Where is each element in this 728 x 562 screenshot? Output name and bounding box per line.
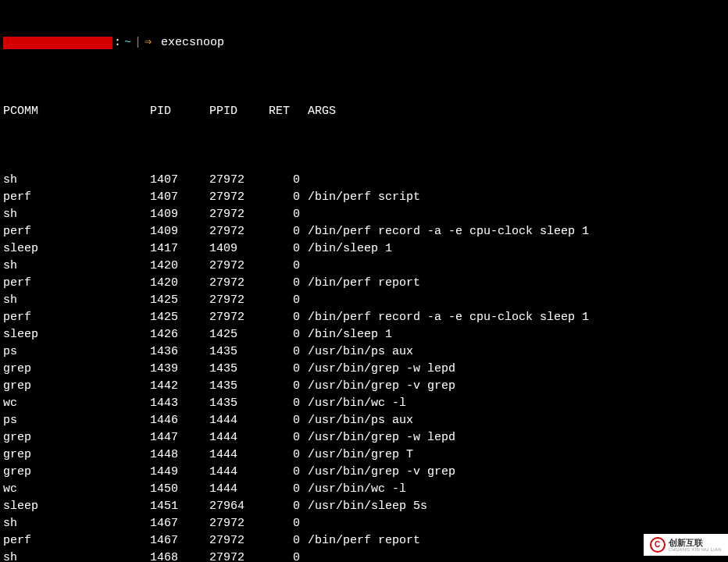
header-pcomm: PCOMM [3, 103, 150, 120]
cell-args: /usr/bin/ps aux [308, 412, 725, 429]
cell-ppid: 1444 [209, 412, 269, 429]
cell-ppid: 1435 [209, 343, 269, 361]
cell-ppid: 27972 [209, 206, 269, 223]
cell-args: /bin/sleep 1 [308, 326, 725, 343]
cell-pcomm: sleep [3, 498, 150, 515]
cell-pcomm: grep [3, 361, 150, 378]
cell-args [308, 172, 725, 189]
rows-container: sh1407279720perf1407279720/bin/perf scri… [3, 172, 725, 562]
cell-args: /usr/bin/ps aux [308, 343, 725, 361]
cell-ret: 0 [269, 515, 308, 532]
table-row: sh1409279720 [3, 206, 725, 223]
terminal-output[interactable]: xxxxxxxxxxxx : ~ | ⇒ execsnoop PCOMM PID… [0, 0, 728, 562]
cell-pid: 1451 [150, 498, 209, 515]
cell-pcomm: wc [3, 395, 150, 412]
cell-pcomm: sh [3, 292, 150, 309]
table-row: ps143614350/usr/bin/ps aux [3, 343, 725, 361]
cell-args [308, 258, 725, 275]
cell-ppid: 1425 [209, 326, 269, 343]
cell-pid: 1407 [150, 172, 209, 189]
cell-pcomm: perf [3, 275, 150, 292]
watermark: C 创新互联 CHUANG XIN HU LIAN [644, 534, 728, 556]
cell-ret: 0 [269, 326, 308, 343]
cell-pcomm: sh [3, 550, 150, 562]
cell-args [308, 206, 725, 223]
cell-ppid: 1409 [209, 240, 269, 258]
cell-pcomm: grep [3, 464, 150, 481]
header-pid: PID [150, 103, 209, 120]
cell-ret: 0 [269, 550, 308, 562]
cell-ret: 0 [269, 498, 308, 515]
cell-args: /usr/bin/grep -v grep [308, 378, 725, 395]
cell-args: /usr/bin/grep -v grep [308, 464, 725, 481]
cell-pid: 1436 [150, 343, 209, 361]
watermark-logo-icon: C [650, 537, 666, 553]
cell-pid: 1425 [150, 292, 209, 309]
cell-ppid: 27972 [209, 223, 269, 240]
table-row: grep144714440/usr/bin/grep -w lepd [3, 429, 725, 446]
prompt-pipe: | [134, 34, 141, 52]
table-row: perf1425279720/bin/perf record -a -e cpu… [3, 309, 725, 326]
cell-ppid: 1435 [209, 378, 269, 395]
cell-args: /bin/perf script [308, 189, 725, 206]
cell-args: /bin/perf record -a -e cpu-clock sleep 1 [308, 223, 725, 240]
cell-pcomm: grep [3, 429, 150, 446]
cell-pid: 1409 [150, 206, 209, 223]
cell-pcomm: sh [3, 515, 150, 532]
cell-pcomm: ps [3, 412, 150, 429]
cell-args: /usr/bin/wc -l [308, 481, 725, 498]
cell-ppid: 1444 [209, 481, 269, 498]
cell-pid: 1426 [150, 326, 209, 343]
cell-pid: 1439 [150, 361, 209, 378]
table-row: perf1467279720/bin/perf report [3, 532, 725, 550]
watermark-cn: 创新互联 [669, 539, 722, 547]
table-row: sh1468279720 [3, 550, 725, 562]
cell-args [308, 292, 725, 309]
cell-pcomm: grep [3, 446, 150, 464]
cell-ppid: 27972 [209, 275, 269, 292]
header-ppid: PPID [209, 103, 269, 120]
cell-pcomm: grep [3, 378, 150, 395]
cell-ppid: 27972 [209, 258, 269, 275]
cell-ret: 0 [269, 446, 308, 464]
prompt-tilde: ~ [124, 34, 131, 52]
cell-pid: 1420 [150, 275, 209, 292]
cell-pid: 1446 [150, 412, 209, 429]
cell-ppid: 27972 [209, 172, 269, 189]
cell-ret: 0 [269, 309, 308, 326]
cell-pid: 1448 [150, 446, 209, 464]
cell-pcomm: ps [3, 343, 150, 361]
cell-pcomm: sh [3, 258, 150, 275]
cell-pid: 1449 [150, 464, 209, 481]
table-header: PCOMM PID PPID RET ARGS [3, 103, 725, 120]
cell-args: /usr/bin/wc -l [308, 395, 725, 412]
table-row: grep144914440/usr/bin/grep -v grep [3, 464, 725, 481]
header-ret: RET [269, 103, 308, 120]
cell-ppid: 27964 [209, 498, 269, 515]
cell-ppid: 27972 [209, 550, 269, 562]
cell-ret: 0 [269, 429, 308, 446]
cell-pcomm: wc [3, 481, 150, 498]
cell-args: /usr/bin/grep -w lepd [308, 361, 725, 378]
cell-pid: 1447 [150, 429, 209, 446]
cell-ppid: 27972 [209, 515, 269, 532]
table-row: sleep141714090/bin/sleep 1 [3, 240, 725, 258]
cell-ppid: 27972 [209, 309, 269, 326]
table-row: perf1420279720/bin/perf report [3, 275, 725, 292]
cell-pid: 1420 [150, 258, 209, 275]
cell-pid: 1450 [150, 481, 209, 498]
table-row: grep144214350/usr/bin/grep -v grep [3, 378, 725, 395]
cell-ret: 0 [269, 532, 308, 550]
prompt-line: xxxxxxxxxxxx : ~ | ⇒ execsnoop [3, 34, 725, 52]
prompt-arrow: ⇒ [145, 34, 152, 52]
cell-pid: 1467 [150, 532, 209, 550]
cell-ret: 0 [269, 343, 308, 361]
table-row: sh1467279720 [3, 515, 725, 532]
table-row: sleep1451279640/usr/bin/sleep 5s [3, 498, 725, 515]
cell-ppid: 1444 [209, 446, 269, 464]
cell-pcomm: perf [3, 223, 150, 240]
cell-ret: 0 [269, 378, 308, 395]
table-row: sleep142614250/bin/sleep 1 [3, 326, 725, 343]
cell-args: /bin/perf report [308, 275, 725, 292]
cell-ppid: 1435 [209, 395, 269, 412]
